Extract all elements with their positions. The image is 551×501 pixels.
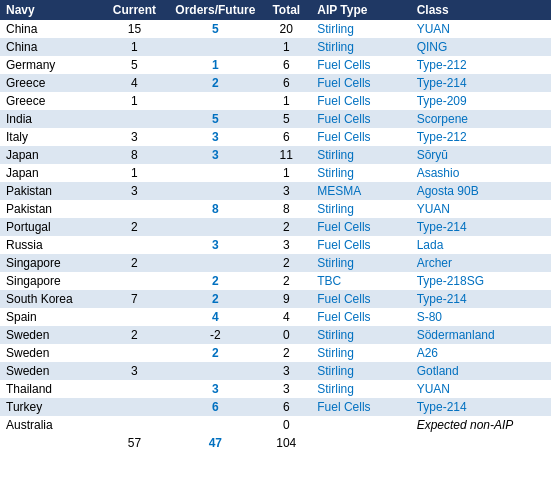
- cell-total: 4: [261, 308, 311, 326]
- cell-navy: Turkey: [0, 398, 100, 416]
- cell-orders: [169, 416, 261, 434]
- cell-orders: 5: [169, 110, 261, 128]
- cell-navy: India: [0, 110, 100, 128]
- cell-current: 8: [100, 146, 170, 164]
- cell-current: 2: [100, 218, 170, 236]
- cell-aip-type: Fuel Cells: [311, 110, 410, 128]
- cell-navy: Portugal: [0, 218, 100, 236]
- cell-class: QING: [411, 38, 551, 56]
- cell-navy: Sweden: [0, 326, 100, 344]
- cell-navy: Spain: [0, 308, 100, 326]
- cell-aip-type: Stirling: [311, 326, 410, 344]
- header-class: Class: [411, 0, 551, 20]
- cell-class: YUAN: [411, 200, 551, 218]
- cell-total: 9: [261, 290, 311, 308]
- cell-current: [100, 344, 170, 362]
- cell-total: 11: [261, 146, 311, 164]
- cell-aip-type: [311, 416, 410, 434]
- cell-current: 3: [100, 128, 170, 146]
- cell-total: 3: [261, 380, 311, 398]
- cell-current: [100, 380, 170, 398]
- cell-aip-type: Fuel Cells: [311, 56, 410, 74]
- cell-orders: [169, 92, 261, 110]
- cell-navy: [0, 434, 100, 452]
- cell-navy: Russia: [0, 236, 100, 254]
- cell-total: 2: [261, 344, 311, 362]
- cell-orders: 3: [169, 128, 261, 146]
- cell-class: Gotland: [411, 362, 551, 380]
- cell-navy: China: [0, 20, 100, 38]
- cell-aip-type: Fuel Cells: [311, 218, 410, 236]
- cell-current: 1: [100, 38, 170, 56]
- cell-orders: [169, 254, 261, 272]
- cell-aip-type: Stirling: [311, 38, 410, 56]
- cell-class: Lada: [411, 236, 551, 254]
- header-navy: Navy: [0, 0, 100, 20]
- cell-orders: 2: [169, 74, 261, 92]
- cell-aip-type: Fuel Cells: [311, 92, 410, 110]
- cell-class: Type-212: [411, 128, 551, 146]
- cell-class: Type-214: [411, 74, 551, 92]
- cell-total: 6: [261, 56, 311, 74]
- cell-orders: 2: [169, 290, 261, 308]
- cell-total: 5: [261, 110, 311, 128]
- cell-orders: 3: [169, 236, 261, 254]
- cell-aip-type: Fuel Cells: [311, 290, 410, 308]
- cell-current: [100, 236, 170, 254]
- header-aip: AIP Type: [311, 0, 410, 20]
- cell-orders: 4: [169, 308, 261, 326]
- cell-aip-type: [311, 434, 410, 452]
- cell-current: 15: [100, 20, 170, 38]
- cell-total: 1: [261, 92, 311, 110]
- cell-navy: Australia: [0, 416, 100, 434]
- cell-navy: Pakistan: [0, 182, 100, 200]
- cell-total: 2: [261, 272, 311, 290]
- cell-total: 8: [261, 200, 311, 218]
- cell-navy: Greece: [0, 92, 100, 110]
- cell-total: 20: [261, 20, 311, 38]
- cell-total: 3: [261, 182, 311, 200]
- cell-aip-type: Stirling: [311, 200, 410, 218]
- cell-aip-type: Stirling: [311, 344, 410, 362]
- cell-orders: 8: [169, 200, 261, 218]
- cell-current: [100, 398, 170, 416]
- cell-navy: Pakistan: [0, 200, 100, 218]
- cell-navy: Sweden: [0, 344, 100, 362]
- header-current: Current: [100, 0, 170, 20]
- cell-current: [100, 416, 170, 434]
- cell-class: Type-214: [411, 290, 551, 308]
- cell-total: 2: [261, 218, 311, 236]
- cell-orders: 47: [169, 434, 261, 452]
- cell-current: 1: [100, 92, 170, 110]
- cell-current: 2: [100, 254, 170, 272]
- cell-class: YUAN: [411, 380, 551, 398]
- cell-class: Archer: [411, 254, 551, 272]
- cell-current: 4: [100, 74, 170, 92]
- cell-orders: [169, 164, 261, 182]
- cell-navy: Sweden: [0, 362, 100, 380]
- cell-orders: 3: [169, 380, 261, 398]
- cell-aip-type: Fuel Cells: [311, 308, 410, 326]
- cell-class: Type-214: [411, 218, 551, 236]
- cell-current: 7: [100, 290, 170, 308]
- cell-aip-type: Stirling: [311, 254, 410, 272]
- cell-orders: -2: [169, 326, 261, 344]
- cell-class: YUAN: [411, 20, 551, 38]
- cell-current: 57: [100, 434, 170, 452]
- cell-orders: 3: [169, 146, 261, 164]
- cell-class: Agosta 90B: [411, 182, 551, 200]
- cell-total: 0: [261, 416, 311, 434]
- cell-total: 0: [261, 326, 311, 344]
- cell-class: S-80: [411, 308, 551, 326]
- cell-aip-type: Stirling: [311, 146, 410, 164]
- cell-class: Södermanland: [411, 326, 551, 344]
- cell-total: 1: [261, 164, 311, 182]
- cell-aip-type: Stirling: [311, 380, 410, 398]
- cell-navy: Greece: [0, 74, 100, 92]
- cell-aip-type: Stirling: [311, 20, 410, 38]
- cell-navy: China: [0, 38, 100, 56]
- header-total: Total: [261, 0, 311, 20]
- cell-current: 1: [100, 164, 170, 182]
- cell-total: 1: [261, 38, 311, 56]
- cell-class: A26: [411, 344, 551, 362]
